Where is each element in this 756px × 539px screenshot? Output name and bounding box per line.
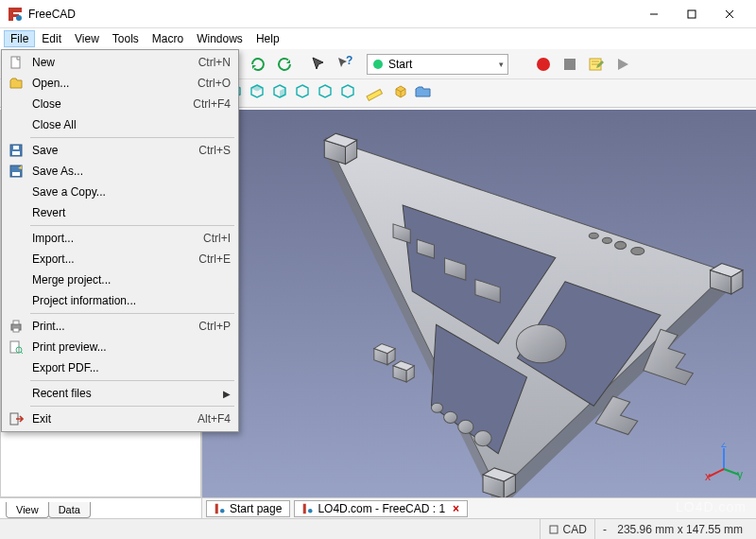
cursor-button[interactable] bbox=[306, 52, 331, 77]
view-top-button[interactable] bbox=[248, 82, 266, 104]
workbench-combo[interactable]: Start ▾ bbox=[367, 54, 508, 75]
document-tabs: Start page LO4D.com - FreeCAD : 1 × bbox=[202, 497, 756, 518]
macro-stop-button[interactable] bbox=[558, 52, 582, 77]
svg-rect-45 bbox=[12, 172, 20, 176]
file-menu-item-new[interactable]: NewCtrl+N bbox=[4, 52, 236, 73]
menu-item-label: Revert bbox=[26, 206, 221, 219]
file-menu-item-recent-files[interactable]: Recent files▶ bbox=[4, 383, 236, 404]
svg-rect-47 bbox=[13, 321, 19, 324]
menu-item-label: Save bbox=[26, 144, 189, 157]
file-menu-item-save-as[interactable]: Save As... bbox=[4, 161, 236, 182]
svg-line-33 bbox=[709, 469, 724, 477]
menu-item-label: Export... bbox=[26, 252, 189, 266]
view-right-button[interactable] bbox=[270, 82, 289, 104]
file-menu-item-print[interactable]: Print...Ctrl+P bbox=[4, 316, 236, 337]
window-title: FreeCAD bbox=[28, 8, 635, 21]
close-button[interactable] bbox=[711, 1, 748, 27]
svg-rect-42 bbox=[12, 151, 20, 155]
menu-item-label: Import... bbox=[26, 232, 194, 245]
menu-view[interactable]: View bbox=[68, 30, 106, 47]
file-menu-item-export-pdf[interactable]: Export PDF... bbox=[4, 357, 236, 378]
svg-point-25 bbox=[431, 403, 442, 412]
svg-rect-15 bbox=[367, 89, 382, 100]
file-menu-item-save[interactable]: SaveCtrl+S bbox=[4, 140, 236, 161]
side-panel-tabs: View Data bbox=[0, 497, 201, 518]
menu-item-label: Merge project... bbox=[26, 273, 221, 287]
svg-rect-11 bbox=[564, 59, 576, 70]
svg-rect-43 bbox=[13, 146, 19, 149]
macro-record-button[interactable] bbox=[531, 52, 556, 77]
doc-tab-model[interactable]: LO4D.com - FreeCAD : 1 × bbox=[294, 500, 468, 517]
doc-saveas-icon bbox=[6, 164, 26, 179]
minimize-button[interactable] bbox=[635, 1, 673, 27]
svg-point-23 bbox=[615, 241, 627, 249]
svg-point-21 bbox=[589, 233, 598, 238]
doc-tab-label: LO4D.com - FreeCAD : 1 bbox=[318, 502, 445, 515]
doc-tab-label: Start page bbox=[230, 502, 282, 515]
svg-point-22 bbox=[602, 237, 611, 243]
svg-point-38 bbox=[308, 509, 313, 513]
macro-edit-button[interactable] bbox=[584, 52, 609, 77]
svg-rect-39 bbox=[550, 526, 558, 533]
file-menu-item-export[interactable]: Export...Ctrl+E bbox=[4, 249, 236, 270]
view-left-button[interactable] bbox=[338, 82, 357, 104]
workbench-combo-label: Start bbox=[388, 58, 412, 71]
whatsthis-button[interactable]: ? bbox=[333, 52, 357, 77]
doc-print-icon bbox=[6, 319, 26, 334]
status-dimensions: - 235.96 mm x 147.55 mm bbox=[594, 519, 750, 539]
menu-windows[interactable]: Windows bbox=[190, 30, 249, 47]
menu-file[interactable]: File bbox=[4, 30, 35, 47]
menu-macro[interactable]: Macro bbox=[146, 30, 190, 47]
menu-item-shortcut: Ctrl+O bbox=[188, 77, 231, 90]
viewport-3d[interactable]: z y x Start page LO4D.com - FreeCAD : 1 … bbox=[202, 110, 756, 518]
file-menu-item-merge-project[interactable]: Merge project... bbox=[4, 270, 236, 290]
menu-item-label: Save As... bbox=[26, 165, 221, 178]
doc-save-icon bbox=[6, 143, 26, 158]
svg-rect-48 bbox=[13, 328, 19, 332]
menu-edit[interactable]: Edit bbox=[35, 30, 68, 47]
svg-point-24 bbox=[631, 247, 644, 254]
view-rear-button[interactable] bbox=[293, 82, 312, 104]
file-menu-item-close-all[interactable]: Close All bbox=[4, 114, 236, 135]
measure-button[interactable] bbox=[365, 82, 384, 104]
refresh-button[interactable] bbox=[246, 52, 270, 77]
doc-tab-close-icon[interactable]: × bbox=[453, 502, 459, 515]
file-menu-item-open[interactable]: Open...Ctrl+O bbox=[4, 73, 236, 94]
tab-data[interactable]: Data bbox=[48, 502, 91, 518]
svg-rect-40 bbox=[11, 57, 20, 68]
file-menu-item-import[interactable]: Import...Ctrl+I bbox=[4, 228, 236, 249]
axis-indicator: z y x bbox=[705, 443, 743, 480]
maximize-button[interactable] bbox=[673, 1, 711, 27]
svg-rect-5 bbox=[688, 10, 696, 18]
svg-rect-1 bbox=[13, 8, 22, 12]
menu-help[interactable]: Help bbox=[249, 30, 286, 47]
file-menu-item-project-information[interactable]: Project information... bbox=[4, 290, 236, 311]
tab-view[interactable]: View bbox=[6, 502, 49, 518]
app-icon bbox=[8, 7, 23, 22]
svg-point-28 bbox=[474, 430, 491, 445]
file-menu-item-revert[interactable]: Revert bbox=[4, 202, 236, 223]
refresh-alt-button[interactable] bbox=[272, 52, 297, 77]
doc-tab-start[interactable]: Start page bbox=[206, 500, 290, 517]
menu-item-label: Close bbox=[26, 97, 183, 111]
file-menu-item-save-a-copy[interactable]: Save a Copy... bbox=[4, 182, 236, 202]
view-bottom-button[interactable] bbox=[316, 82, 335, 104]
group-button[interactable] bbox=[414, 82, 433, 104]
statusbar: CAD - 235.96 mm x 147.55 mm bbox=[0, 518, 756, 539]
file-menu-item-print-preview[interactable]: Print preview... bbox=[4, 337, 236, 357]
svg-point-26 bbox=[444, 411, 457, 423]
macro-play-button[interactable] bbox=[610, 52, 635, 77]
file-menu-dropdown: NewCtrl+NOpen...Ctrl+OCloseCtrl+F4Close … bbox=[1, 49, 239, 432]
svg-point-16 bbox=[516, 324, 566, 362]
status-mode[interactable]: CAD bbox=[540, 519, 594, 539]
svg-point-27 bbox=[458, 420, 473, 433]
chevron-down-icon: ▾ bbox=[499, 60, 504, 69]
file-menu-item-exit[interactable]: ExitAlt+F4 bbox=[4, 409, 236, 429]
menu-item-shortcut: Ctrl+S bbox=[189, 144, 231, 157]
model-render bbox=[212, 119, 747, 501]
titlebar: FreeCAD bbox=[0, 0, 756, 28]
file-menu-item-close[interactable]: CloseCtrl+F4 bbox=[4, 94, 236, 114]
part-button[interactable] bbox=[391, 82, 410, 104]
menu-tools[interactable]: Tools bbox=[106, 30, 146, 47]
svg-point-10 bbox=[537, 58, 550, 71]
